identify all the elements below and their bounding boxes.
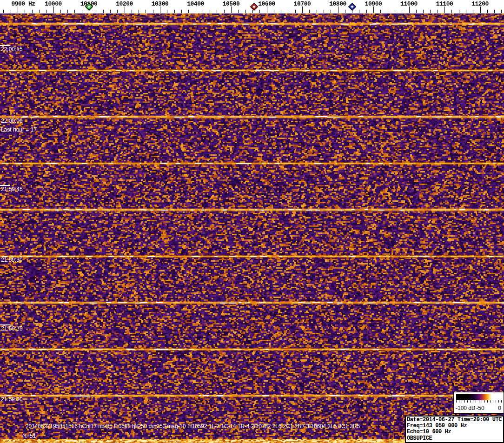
legend-tick-marks: [456, 400, 502, 403]
freq-axis-label: 10000: [45, 0, 62, 7]
time-label: 22:00:00: [1, 118, 23, 124]
freq-axis-label: 10600: [258, 0, 275, 7]
freq-axis-label: 10900: [365, 0, 382, 7]
time-label: 22:00:15: [1, 46, 23, 53]
freq-axis-label: 9900 Hz: [11, 0, 35, 7]
last-hour-count: Last hour = 17: [1, 126, 37, 133]
frequency-axis: 9900 Hz100001010010200103001040010500106…: [0, 0, 504, 13]
info-line-echo: Echo=10 600 Hz: [407, 429, 502, 435]
intensity-legend: -100 dB -50 0: [453, 392, 504, 414]
info-line-station: OBSUPICE: [407, 436, 502, 442]
time-label: 21:59:15: [1, 325, 23, 332]
station-info-box: Date=2014-06-27 Time=20:00 UTC Freq=143 …: [405, 416, 504, 443]
freq-axis-label: 10800: [329, 0, 346, 7]
detection-log-text: 20140627195851516 hCnt17 nb-85 f10592 hi…: [26, 423, 360, 430]
freq-marker-blue[interactable]: [348, 3, 356, 11]
freq-axis-label: 11100: [436, 0, 453, 7]
freq-marker-green[interactable]: [85, 3, 93, 11]
freq-axis-label: 10500: [223, 0, 240, 7]
intensity-gradient-bar: [456, 394, 502, 400]
legend-label-max: 0: [498, 405, 501, 411]
freq-axis-label: 10300: [152, 0, 169, 7]
spectrogram-app: 9900 Hz100001010010200103001040010500106…: [0, 0, 504, 443]
legend-label-mid: -50: [476, 405, 484, 411]
freq-marker-red[interactable]: [250, 3, 258, 11]
time-label: 21:59:45: [1, 186, 23, 192]
freq-axis-label: 10400: [187, 0, 204, 7]
freq-axis-label: 11000: [400, 0, 418, 7]
time-offset-text: ^t+51: [22, 433, 36, 439]
freq-axis-label: 10200: [116, 0, 133, 7]
legend-label-min: -100 dB: [456, 405, 475, 411]
time-label: 21:59:00: [1, 396, 23, 403]
freq-axis-label: 11200: [471, 0, 489, 7]
spectrogram-canvas: [0, 13, 504, 443]
freq-axis-label: 10700: [294, 0, 311, 7]
time-label: 21:59:30: [1, 257, 23, 263]
